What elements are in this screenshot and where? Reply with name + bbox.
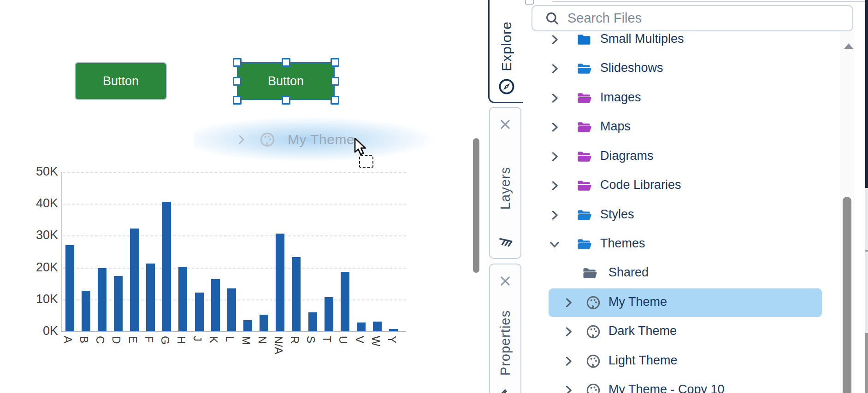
chevron-right-icon[interactable] xyxy=(548,179,561,193)
bar-G[interactable] xyxy=(162,202,171,331)
resize-handle[interactable] xyxy=(282,58,290,67)
close-icon[interactable] xyxy=(499,118,512,131)
tree-item-styles[interactable]: Styles xyxy=(524,201,842,229)
x-tick-label: M xyxy=(240,336,253,345)
x-tick-label: G xyxy=(159,336,171,345)
resize-handle[interactable] xyxy=(282,96,290,105)
bar-T[interactable] xyxy=(325,297,333,331)
chevron-right-icon[interactable] xyxy=(561,296,575,310)
bar-A[interactable] xyxy=(65,245,74,331)
bar-Y[interactable] xyxy=(389,329,398,331)
gridline xyxy=(63,172,406,173)
clipped-right-window-edge xyxy=(865,188,868,333)
tree-item-light-theme[interactable]: Light Theme xyxy=(524,347,842,375)
resize-handle[interactable] xyxy=(331,96,339,105)
tree-item-label: Light Theme xyxy=(608,353,678,368)
tree-item-images[interactable]: Images xyxy=(524,84,842,112)
clipped-right-window-edge xyxy=(865,0,868,188)
bar-M[interactable] xyxy=(243,320,252,331)
bar-J[interactable] xyxy=(195,293,204,331)
tree-item-shared[interactable]: Shared xyxy=(524,259,842,287)
bar-R[interactable] xyxy=(292,257,301,331)
tree-item-dark-theme[interactable]: Dark Theme xyxy=(524,317,842,346)
resize-handle[interactable] xyxy=(331,77,339,86)
search-files-box[interactable] xyxy=(531,5,853,31)
y-tick-label: 40K xyxy=(12,196,58,211)
chevron-right-icon[interactable] xyxy=(548,208,561,222)
tree-item-themes[interactable]: Themes xyxy=(524,230,842,258)
tree-item-maps[interactable]: Maps xyxy=(524,113,842,141)
chevron-right-icon[interactable] xyxy=(548,33,561,47)
bar-S[interactable] xyxy=(308,312,317,331)
layers-icon xyxy=(495,232,516,253)
x-tick-label: W xyxy=(369,336,382,346)
bar-V[interactable] xyxy=(357,323,366,331)
resize-handle[interactable] xyxy=(233,77,242,86)
x-tick-label: A xyxy=(61,336,74,343)
palette-icon xyxy=(585,323,602,340)
tree-item-my-theme-copy-10[interactable]: My Theme - Copy 10 xyxy=(524,376,842,393)
file-explorer-panel: Small MultiplesSlideshowsImagesMapsDiagr… xyxy=(524,0,868,393)
tree-item-slideshows[interactable]: Slideshows xyxy=(524,54,842,83)
mouse-cursor xyxy=(354,138,370,155)
bar-N[interactable] xyxy=(260,315,268,331)
tab-layers-label: Layers xyxy=(498,167,513,210)
button-widget-1[interactable]: Button xyxy=(75,62,167,100)
palette-icon xyxy=(585,381,602,393)
gridline xyxy=(63,204,406,205)
chevron-right-icon[interactable] xyxy=(548,62,561,76)
x-tick-label: F xyxy=(142,336,155,343)
x-tick-label: Y xyxy=(385,336,398,343)
bar-C[interactable] xyxy=(98,268,106,331)
drag-ghost-my-theme: My Theme xyxy=(194,115,493,164)
resize-handle[interactable] xyxy=(233,96,242,105)
search-input[interactable] xyxy=(567,10,852,26)
bar-U[interactable] xyxy=(341,272,349,331)
resize-handle[interactable] xyxy=(331,58,339,67)
chevron-right-icon xyxy=(235,134,247,146)
folder-open-icon xyxy=(575,118,593,136)
folder-closed-icon xyxy=(575,31,593,48)
bar-L[interactable] xyxy=(227,288,236,331)
search-icon xyxy=(544,11,560,26)
bar-B[interactable] xyxy=(82,291,90,331)
clipped-right-window-edge xyxy=(865,333,868,393)
chevron-down-icon[interactable] xyxy=(548,237,561,251)
chevron-right-icon[interactable] xyxy=(561,325,575,339)
bar-W[interactable] xyxy=(373,322,382,331)
design-canvas[interactable]: Button Button My Theme 0K10K20K30K40K50K… xyxy=(0,0,487,393)
bar-N/A[interactable] xyxy=(276,234,284,331)
bar-D[interactable] xyxy=(114,276,123,331)
x-tick-label: D xyxy=(110,336,123,344)
bar-F[interactable] xyxy=(146,264,155,331)
bar-E[interactable] xyxy=(130,229,139,331)
bar-chart[interactable] xyxy=(61,172,406,332)
chevron-right-icon[interactable] xyxy=(548,150,561,164)
bar-H[interactable] xyxy=(178,267,187,331)
tree-scrollbar-thumb[interactable] xyxy=(843,197,851,393)
tree-item-label: Code Libraries xyxy=(600,178,681,192)
resize-handle[interactable] xyxy=(233,58,242,67)
gridline xyxy=(63,235,406,236)
chevron-right-icon[interactable] xyxy=(548,91,561,105)
close-icon[interactable] xyxy=(499,275,512,287)
chevron-right-icon[interactable] xyxy=(561,354,575,368)
tree-item-label: My Theme - Copy 10 xyxy=(608,382,725,393)
tree-item-my-theme[interactable]: My Theme xyxy=(549,288,822,317)
x-tick-label: T xyxy=(320,336,333,343)
canvas-scrollbar[interactable] xyxy=(473,138,479,273)
scroll-up-arrow[interactable] xyxy=(844,43,854,49)
chevron-right-icon[interactable] xyxy=(548,120,561,134)
chevron-right-icon[interactable] xyxy=(561,383,575,393)
x-tick-label: B xyxy=(77,336,90,343)
tab-explore[interactable]: Explore xyxy=(488,0,523,103)
folder-open-icon xyxy=(575,177,593,194)
tree-item-diagrams[interactable]: Diagrams xyxy=(524,142,842,171)
bar-K[interactable] xyxy=(211,279,220,331)
tree-item-code-libraries[interactable]: Code Libraries xyxy=(524,171,842,200)
folder-open-icon xyxy=(575,148,593,165)
tab-layers[interactable]: Layers xyxy=(489,107,521,259)
tree-item-label: Themes xyxy=(600,236,645,251)
palette-icon xyxy=(585,294,602,311)
tab-properties[interactable]: Properties xyxy=(489,264,521,393)
